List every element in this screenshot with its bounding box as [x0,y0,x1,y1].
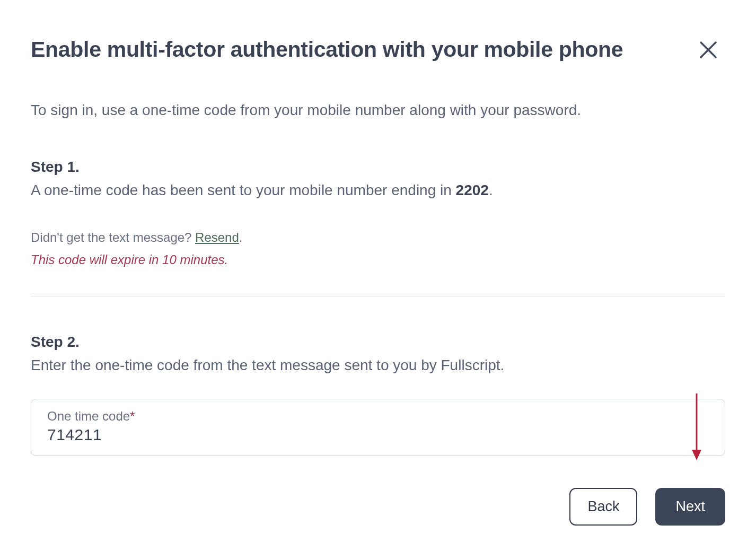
code-input[interactable] [47,426,709,444]
step1-detail-pre: A one-time code has been sent to your mo… [31,182,456,198]
divider [31,296,725,296]
step2-detail: Enter the one-time code from the text me… [31,355,725,375]
code-input-label: One time code* [47,409,709,424]
code-input-wrap[interactable]: One time code* [31,399,725,456]
subtitle-text: To sign in, use a one-time code from you… [31,100,725,120]
step1-detail-post: . [489,182,493,198]
resend-link[interactable]: Resend [195,230,239,244]
close-icon [698,39,719,60]
back-button[interactable]: Back [569,488,637,526]
step1-number-last4: 2202 [456,182,489,198]
next-button[interactable]: Next [655,488,725,526]
step2-heading: Step 2. [31,334,725,351]
arrow-annotation-icon [690,393,703,462]
resend-pre: Didn't get the text message? [31,230,195,244]
code-label-text: One time code [47,409,130,423]
close-button[interactable] [698,39,719,60]
step1-detail: A one-time code has been sent to your mo… [31,180,725,200]
required-asterisk: * [130,409,135,423]
page-title: Enable multi-factor authentication with … [31,37,623,62]
resend-line: Didn't get the text message? Resend. [31,230,725,245]
expire-note: This code will expire in 10 minutes. [31,252,725,267]
svg-marker-3 [692,450,701,460]
step1-heading: Step 1. [31,159,725,176]
resend-post: . [239,230,243,244]
